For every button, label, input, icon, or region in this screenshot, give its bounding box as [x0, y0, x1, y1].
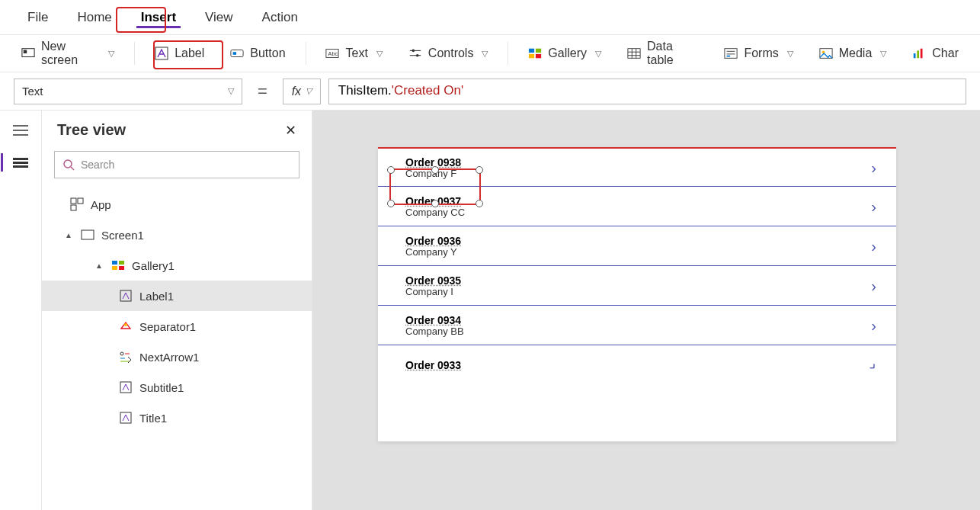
svg-rect-3 — [231, 50, 243, 57]
svg-line-36 — [71, 167, 74, 170]
expand-icon[interactable]: ▲ — [95, 261, 104, 270]
tree-label1[interactable]: Label1 — [42, 281, 312, 311]
svg-rect-14 — [536, 54, 541, 58]
menu-action[interactable]: Action — [258, 7, 303, 28]
svg-rect-12 — [536, 49, 541, 53]
gallery-row[interactable]: Order 0937Company CC › — [378, 187, 896, 226]
expand-icon[interactable]: ▲ — [65, 231, 74, 239]
data-table-button[interactable]: Data table — [621, 36, 704, 71]
tree-title[interactable]: Title1 — [42, 403, 312, 433]
svg-rect-39 — [71, 205, 76, 210]
formula-bar: Text ▽ = fx▽ ThisItem.'Created On' — [0, 72, 980, 111]
media-button[interactable]: Media ▽ — [813, 43, 893, 64]
media-label: Media — [839, 47, 873, 60]
charts-button[interactable]: Char — [906, 43, 965, 64]
property-name: Text — [22, 85, 43, 98]
rail-tree-view[interactable] — [1, 153, 30, 172]
app-icon — [69, 197, 85, 212]
gallery-row-subtitle: Company F — [405, 168, 461, 179]
svg-rect-20 — [725, 49, 737, 59]
tree-nextarrow[interactable]: NextArrow1 — [42, 342, 312, 372]
label-icon — [118, 410, 133, 425]
svg-rect-44 — [119, 266, 124, 270]
tree-app[interactable]: App — [42, 189, 312, 220]
new-screen-button[interactable]: New screen ▽ — [15, 36, 120, 71]
menu-home[interactable]: Home — [72, 7, 116, 28]
svg-point-35 — [64, 160, 72, 168]
menu-file[interactable]: File — [23, 7, 53, 28]
gallery-button[interactable]: Gallery ▽ — [522, 43, 607, 64]
gallery-row[interactable]: Order 0934Company BB › — [378, 306, 896, 345]
svg-rect-4 — [233, 52, 237, 55]
gallery-icon — [110, 258, 126, 273]
chevron-right-icon[interactable]: › — [871, 238, 876, 255]
svg-text:Abc: Abc — [328, 50, 338, 57]
tree-search-input[interactable]: Search — [54, 151, 299, 178]
svg-point-25 — [821, 50, 825, 53]
property-selector[interactable]: Text ▽ — [14, 79, 242, 104]
tree-panel: Tree view ✕ Search App ▲ Screen1 ▲ Galle… — [42, 111, 312, 510]
nextarrow-icon — [118, 349, 133, 364]
tree-gallery-label: Gallery1 — [132, 259, 175, 272]
data-table-label: Data table — [647, 40, 698, 67]
svg-rect-15 — [628, 49, 640, 59]
chevron-down-icon: ▽ — [482, 49, 488, 59]
fx-button[interactable]: fx▽ — [283, 79, 321, 104]
menu-view[interactable]: View — [200, 7, 238, 28]
search-icon — [62, 159, 75, 171]
tree-subtitle-label: Subtitle1 — [139, 381, 184, 394]
menubar: File Home Insert View Action — [0, 0, 980, 34]
tree-subtitle[interactable]: Subtitle1 — [42, 372, 312, 403]
button-button[interactable]: Button — [224, 43, 291, 64]
forms-button[interactable]: Forms ▽ — [718, 43, 799, 64]
charts-label: Char — [932, 47, 959, 60]
gallery-row[interactable]: Order 0938 Company F › — [378, 147, 896, 187]
media-icon — [819, 47, 833, 60]
label-button[interactable]: Label — [149, 43, 210, 64]
gallery-row[interactable]: Order 0935Company I › — [378, 266, 896, 306]
svg-rect-28 — [921, 49, 923, 59]
rail-hamburger[interactable] — [11, 121, 30, 140]
svg-rect-23 — [727, 56, 731, 57]
separator-icon — [118, 319, 133, 334]
gallery-row[interactable]: Order 0933 › — [378, 345, 896, 385]
gallery-row[interactable]: Order 0936Company Y › — [378, 226, 896, 266]
app-preview[interactable]: Order 0938 Company F › Order 0937Company… — [378, 147, 896, 441]
forms-label: Forms — [744, 47, 778, 60]
ribbon: New screen ▽ Label Button Abc Text ▽ Con… — [0, 34, 980, 72]
tree-title-label: Title1 — [139, 412, 167, 425]
svg-rect-26 — [914, 53, 916, 58]
tree-gallery[interactable]: ▲ Gallery1 — [42, 250, 312, 281]
menu-insert[interactable]: Insert — [136, 7, 181, 28]
svg-point-46 — [124, 323, 127, 326]
chevron-right-icon[interactable]: › — [871, 277, 876, 295]
chevron-right-icon[interactable]: › — [866, 358, 882, 374]
gallery-label: Gallery — [548, 47, 587, 60]
canvas[interactable]: Order 0938 Company F › Order 0937Company… — [312, 111, 980, 510]
tree-nextarrow-label: NextArrow1 — [139, 351, 199, 364]
chevron-right-icon[interactable]: › — [871, 317, 876, 335]
text-button[interactable]: Abc Text ▽ — [319, 43, 388, 64]
chevron-down-icon: ▽ — [228, 86, 234, 96]
svg-rect-41 — [112, 261, 117, 265]
tree-label1-label: Label1 — [139, 290, 174, 303]
button-label: Button — [250, 47, 285, 60]
form-icon — [724, 47, 738, 60]
svg-point-8 — [412, 50, 415, 53]
gallery-icon — [528, 47, 542, 60]
formula-input[interactable]: ThisItem.'Created On' — [328, 79, 966, 104]
close-icon[interactable]: ✕ — [285, 122, 296, 139]
svg-rect-42 — [119, 261, 124, 265]
left-rail — [0, 111, 42, 510]
text-icon: Abc — [325, 47, 339, 60]
chevron-right-icon[interactable]: › — [871, 198, 876, 216]
chevron-down-icon: ▽ — [787, 49, 793, 59]
tree-screen-label: Screen1 — [101, 229, 144, 242]
tree-screen[interactable]: ▲ Screen1 — [42, 220, 312, 250]
chevron-down-icon: ▽ — [108, 49, 114, 59]
controls-button[interactable]: Controls ▽ — [402, 43, 495, 64]
svg-rect-27 — [918, 50, 920, 58]
tree-separator[interactable]: Separator1 — [42, 311, 312, 342]
chevron-right-icon[interactable]: › — [871, 159, 876, 177]
new-screen-label: New screen — [41, 40, 100, 67]
